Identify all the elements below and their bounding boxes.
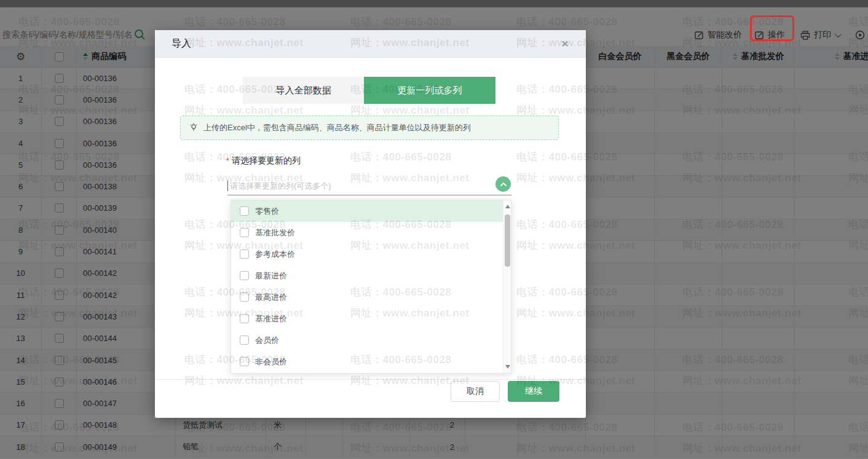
select-placeholder: 请选择要更新的列(可选多个) [230, 181, 331, 192]
checkbox[interactable] [240, 357, 249, 366]
option-label: 基准批发价 [255, 227, 295, 238]
import-mode-tabs: 导入全部数据 更新一列或多列 [243, 77, 495, 104]
tab-import-all[interactable]: 导入全部数据 [243, 77, 364, 104]
top-strip [0, 0, 868, 7]
option-label: 非会员价 [255, 356, 287, 367]
option-list: 零售价基准批发价参考成本价最新进价最高进价基准进价会员价非会员价 [231, 200, 511, 372]
footer-divider [155, 379, 586, 380]
checkbox[interactable] [240, 335, 249, 345]
hint-text: 上传的Excel中，需包含商品编码、商品名称、商品计量单位以及待更新的列 [203, 122, 471, 133]
lightbulb-icon [189, 123, 199, 133]
scroll-down-icon[interactable] [505, 365, 510, 369]
option-label: 基准进价 [255, 313, 287, 324]
dropdown-option[interactable]: 基准批发价 [231, 222, 511, 243]
import-dialog: 导入 × 导入全部数据 更新一列或多列 上传的Excel中，需包含商品编码、商品… [155, 30, 586, 418]
dialog-header: 导入 × [155, 30, 586, 58]
columns-select-input[interactable]: 请选择要更新的列(可选多个) [227, 177, 511, 195]
app-window: 搜索条码/编码/名称/规格型号/别名 更多条件 不显示价格为0 只显示主计量价格 [0, 0, 868, 459]
checkbox[interactable] [240, 292, 249, 302]
checkbox[interactable] [240, 206, 249, 216]
option-label: 参考成本价 [255, 249, 295, 260]
hint-banner: 上传的Excel中，需包含商品编码、商品名称、商品计量单位以及待更新的列 [180, 116, 559, 140]
dialog-title: 导入 [172, 37, 191, 50]
dropdown-option[interactable]: 最高进价 [231, 286, 511, 308]
field-label: *请选择要更新的列 [226, 155, 301, 167]
checkbox[interactable] [240, 314, 249, 323]
continue-button[interactable]: 继续 [508, 381, 559, 402]
close-icon[interactable]: × [558, 36, 572, 51]
required-asterisk: * [226, 156, 229, 165]
collapse-dropdown-button[interactable] [495, 176, 511, 192]
option-label: 零售价 [255, 206, 279, 217]
text-cursor [227, 181, 228, 191]
checkbox[interactable] [240, 228, 249, 237]
dropdown-option[interactable]: 零售价 [231, 200, 511, 222]
option-label: 最新进价 [255, 270, 287, 281]
columns-dropdown: 零售价基准批发价参考成本价最新进价最高进价基准进价会员价非会员价 [231, 200, 511, 374]
dropdown-option[interactable]: 会员价 [231, 329, 511, 351]
dropdown-scrollbar[interactable] [503, 200, 511, 373]
dropdown-option[interactable]: 非会员价 [231, 351, 511, 372]
tab-update-columns[interactable]: 更新一列或多列 [364, 77, 495, 104]
option-label: 会员价 [255, 335, 279, 346]
scroll-up-icon[interactable] [505, 205, 510, 208]
scrollbar-thumb[interactable] [505, 214, 510, 267]
dropdown-option[interactable]: 最新进价 [231, 265, 511, 286]
chevron-up-icon [499, 181, 508, 188]
option-label: 最高进价 [255, 292, 287, 303]
dropdown-option[interactable]: 参考成本价 [231, 243, 511, 265]
checkbox[interactable] [240, 271, 249, 280]
checkbox[interactable] [240, 249, 249, 259]
cancel-button[interactable]: 取消 [451, 381, 500, 402]
dropdown-option[interactable]: 基准进价 [231, 308, 511, 329]
